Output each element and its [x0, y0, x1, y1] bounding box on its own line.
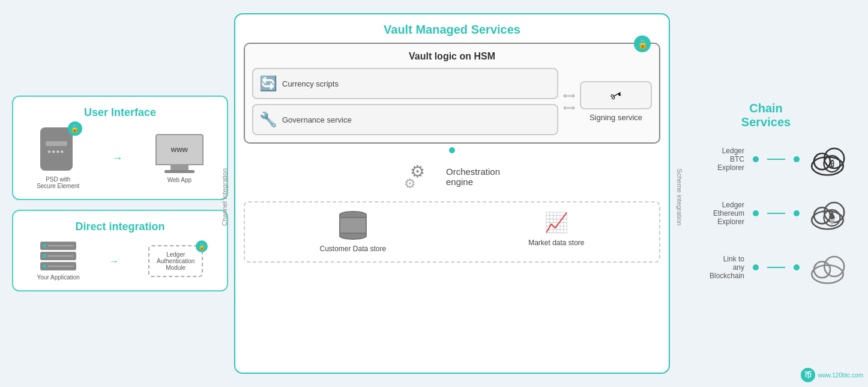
svg-point-12 — [814, 261, 830, 278]
center-dot — [449, 147, 455, 153]
phone-body: **** — [40, 127, 73, 171]
right-panel: Chain Services Ledger BTC Explorer ₿ — [676, 102, 856, 285]
psd-device: **** 🔒 — [40, 127, 76, 172]
db-bot — [339, 233, 367, 240]
arrows-between: ⟺ ⟺ — [563, 91, 575, 112]
vault-inner: 🔒 Vault logic on HSM 🔄 Currency scripts … — [244, 43, 660, 144]
market-data-label: Market data store — [528, 239, 584, 247]
phone-screen-bar — [46, 141, 67, 146]
vault-title: Vault Managed Services — [244, 23, 660, 37]
chart-icon: 📈 — [544, 211, 568, 234]
webapp-device: www — [155, 134, 203, 173]
psd-lock-badge: 🔒 — [68, 121, 82, 136]
vault-panel: Channel Integration Scheme integration V… — [234, 13, 670, 374]
ui-arrow: → — [112, 152, 123, 165]
rack-line-3 — [48, 266, 74, 267]
server-rack-1 — [40, 242, 76, 250]
eth-dot-left — [753, 210, 759, 216]
app-label: Your Application — [37, 274, 80, 281]
signing-service-box: 🗝 — [580, 81, 652, 109]
btc-label: Ledger BTC Explorer — [676, 147, 744, 172]
signing-service-wrapper: 🗝 Signing service — [580, 81, 652, 122]
user-interface-box: User Interface **** 🔒 PSD with Secure El… — [12, 96, 228, 200]
currency-scripts-box: 🔄 Currency scripts — [252, 68, 558, 99]
left-services: 🔄 Currency scripts 🔧 Governance service — [252, 68, 558, 135]
chain-item-btc: Ledger BTC Explorer ₿ — [676, 141, 856, 177]
svg-text:₿: ₿ — [830, 159, 834, 168]
rack-dot-3 — [43, 264, 46, 268]
rack-line-1 — [48, 245, 74, 246]
auth-lock: 🔒 — [196, 240, 208, 252]
arrow-top: ⟺ — [563, 91, 575, 100]
scheme-integration-label: Scheme integration — [676, 169, 683, 226]
eth-line — [767, 213, 785, 214]
key-icon: 🗝 — [607, 87, 625, 105]
arrow-bottom: ⟺ — [563, 103, 575, 112]
customer-data-item: Customer Data store — [319, 211, 386, 253]
btc-line — [767, 159, 785, 160]
datastores-row: Customer Data store 📈 Market data store — [244, 201, 660, 263]
db-mid — [339, 218, 367, 233]
psd-device-item: **** 🔒 PSD with Secure Element — [37, 127, 79, 189]
gear-cluster: ⚙ ⚙ — [404, 162, 440, 192]
watermark-text: www.120btc.com — [818, 372, 863, 379]
market-data-item: 📈 Market data store — [528, 211, 584, 253]
web-stand — [170, 165, 188, 170]
web-screen: www — [155, 134, 203, 165]
webapp-device-item: www Web App — [155, 134, 203, 183]
channel-integration-label: Channel Integration — [221, 168, 228, 226]
rack-line-2 — [48, 255, 74, 257]
signing-label: Signing service — [589, 113, 642, 122]
direct-arrow: → — [109, 256, 119, 267]
left-panel: User Interface **** 🔒 PSD with Secure El… — [12, 96, 228, 291]
generic-cloud — [808, 249, 856, 285]
hsm-lock: 🔒 — [634, 35, 651, 52]
phone-pin: **** — [48, 148, 65, 157]
ui-title: User Interface — [25, 106, 215, 119]
ethereum-cloud — [808, 195, 856, 231]
rack-dot-1 — [43, 244, 46, 248]
customer-data-label: Customer Data store — [319, 245, 386, 253]
conn-dot-row — [244, 147, 660, 153]
currency-icon: 🔄 — [259, 75, 277, 92]
auth-label: Ledger Authentication Module — [157, 251, 194, 271]
web-base — [164, 170, 194, 173]
watermark-logo: 币 — [801, 368, 815, 382]
eth-dot-right — [794, 210, 800, 216]
auth-box: 🔒 Ledger Authentication Module — [148, 245, 203, 277]
webapp-label: Web App — [167, 177, 191, 183]
server-icon — [40, 242, 76, 270]
direct-content: Your Application → 🔒 Ledger Authenticati… — [25, 242, 215, 281]
btc-dot-right — [794, 156, 800, 162]
chain-item-generic: Link to any Blockchain — [676, 249, 856, 285]
chain-title: Chain Services — [676, 102, 856, 129]
svg-point-6 — [814, 207, 830, 224]
direct-integration-box: Direct integration — [12, 210, 228, 291]
chain-item-eth: Ledger Ethereum Explorer — [676, 195, 856, 231]
svg-point-1 — [814, 153, 830, 169]
currency-label: Currency scripts — [282, 79, 339, 88]
auth-module: 🔒 Ledger Authentication Module — [148, 245, 203, 277]
governance-label: Governance service — [282, 115, 352, 124]
watermark: 币 www.120btc.com — [801, 368, 863, 382]
generic-line — [767, 267, 785, 268]
btc-dot-left — [753, 156, 759, 162]
server-device: Your Application — [37, 242, 80, 281]
governance-icon: 🔧 — [259, 111, 277, 128]
server-rack-2 — [40, 252, 76, 260]
diagram-container: User Interface **** 🔒 PSD with Secure El… — [0, 0, 868, 387]
services-layout: 🔄 Currency scripts 🔧 Governance service … — [252, 68, 652, 135]
orchestration-label: Orchestration engine — [446, 166, 500, 187]
ui-content: **** 🔒 PSD with Secure Element → www — [25, 127, 215, 189]
bitcoin-cloud: ₿ — [808, 141, 856, 177]
psd-label: PSD with Secure Element — [37, 176, 79, 189]
chain-items: Ledger BTC Explorer ₿ Ledger Ethereum Ex… — [676, 141, 856, 285]
orchestration-section: ⚙ ⚙ Orchestration engine — [244, 157, 660, 197]
hsm-title: Vault logic on HSM — [252, 51, 652, 62]
generic-label: Link to any Blockchain — [676, 255, 744, 280]
server-rack-3 — [40, 262, 76, 270]
generic-dot-left — [753, 264, 759, 270]
generic-dot-right — [794, 264, 800, 270]
governance-service-box: 🔧 Governance service — [252, 104, 558, 135]
database-stack — [339, 211, 367, 240]
